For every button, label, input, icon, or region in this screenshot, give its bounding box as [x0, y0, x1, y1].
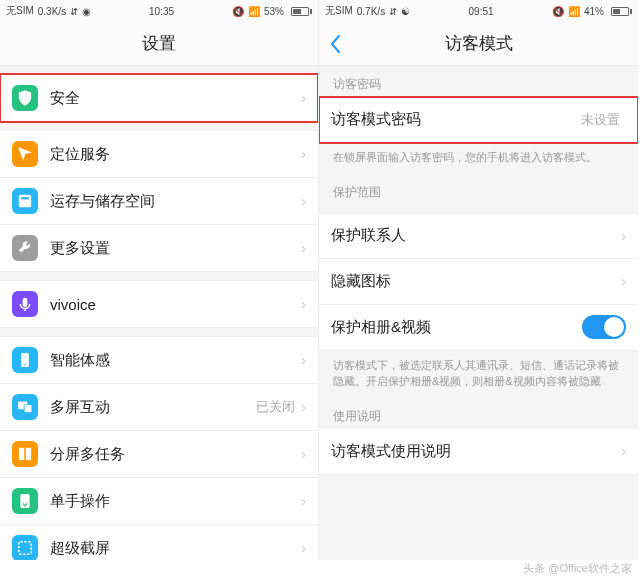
row-label: 智能体感	[50, 351, 301, 370]
settings-row-sshot[interactable]: 超级截屏›	[0, 525, 318, 560]
svg-rect-2	[23, 298, 28, 307]
chevron-right-icon: ›	[301, 540, 306, 556]
scope-helper-text: 访客模式下，被选定联系人其通讯录、短信、通话记录将被隐藏。开启保护相册&视频，则…	[319, 351, 638, 398]
status-bar-right: 无SIM 0.7K/s ⇵ ☯ 09:51 🔇 📶 41%	[319, 0, 638, 22]
row-label: 保护联系人	[331, 226, 621, 245]
wrench-icon	[12, 235, 38, 261]
watermark: 头条 @Office软件之家	[0, 561, 632, 576]
battery-icon	[608, 7, 632, 16]
row-value: 已关闭	[256, 398, 295, 416]
chevron-right-icon: ›	[301, 146, 306, 162]
row-label: 运存与储存空间	[50, 192, 301, 211]
row-label: 隐藏图标	[331, 272, 621, 291]
svg-rect-10	[19, 542, 31, 554]
settings-row-location[interactable]: 定位服务›	[0, 130, 318, 178]
chevron-right-icon: ›	[301, 493, 306, 509]
settings-row-screens[interactable]: 多屏互动已关闭›	[0, 384, 318, 431]
wifi-icon: 📶	[568, 6, 580, 17]
toggle-switch[interactable]	[582, 315, 626, 339]
location-icon	[12, 141, 38, 167]
back-button[interactable]	[329, 22, 341, 65]
password-helper-text: 在锁屏界面输入访客密码，您的手机将进入访客模式。	[319, 143, 638, 174]
chevron-right-icon: ›	[301, 446, 306, 462]
row-label: 单手操作	[50, 492, 301, 511]
clock: 09:51	[469, 6, 494, 17]
mute-icon: 🔇	[552, 6, 564, 17]
sshot-icon	[12, 535, 38, 560]
onehand-icon	[12, 488, 38, 514]
row-label: 安全	[50, 89, 301, 108]
sense-icon	[12, 347, 38, 373]
row-label: 分屏多任务	[50, 445, 301, 464]
section-scope: 保护范围	[319, 174, 638, 205]
scope-row-0[interactable]: 保护联系人›	[319, 213, 638, 259]
row-label: 超级截屏	[50, 539, 301, 558]
guest-mode-screen: 无SIM 0.7K/s ⇵ ☯ 09:51 🔇 📶 41% 访客模式 访客密码	[319, 0, 638, 560]
section-usage: 使用说明	[319, 398, 638, 429]
row-label: 更多设置	[50, 239, 301, 258]
settings-row-storage[interactable]: 运存与储存空间›	[0, 178, 318, 225]
guest-mode-list[interactable]: 访客密码 访客模式密码 未设置 在锁屏界面输入访客密码，您的手机将进入访客模式。…	[319, 66, 638, 560]
row-label: 保护相册&视频	[331, 318, 582, 337]
sim-status: 无SIM	[325, 4, 353, 18]
usb-icon: ⇵	[70, 6, 78, 17]
scope-row-2[interactable]: 保护相册&视频	[319, 305, 638, 351]
chevron-right-icon: ›	[301, 399, 306, 415]
row-value: 未设置	[581, 111, 620, 129]
svg-rect-6	[24, 405, 32, 413]
hotspot-icon: ◉	[82, 6, 91, 17]
split-icon	[12, 441, 38, 467]
svg-rect-0	[19, 195, 31, 207]
wifi-icon: 📶	[248, 6, 260, 17]
chevron-right-icon: ›	[301, 352, 306, 368]
settings-row-voice[interactable]: vivoice›	[0, 280, 318, 328]
wifi-pct: 41%	[584, 6, 604, 17]
page-title: 访客模式	[445, 32, 513, 55]
chevron-right-icon: ›	[621, 443, 626, 459]
settings-row-wrench[interactable]: 更多设置›	[0, 225, 318, 272]
settings-row-sense[interactable]: 智能体感›	[0, 336, 318, 384]
title-bar: 设置	[0, 22, 318, 66]
voice-icon	[12, 291, 38, 317]
svg-point-4	[24, 364, 26, 366]
row-label: 访客模式使用说明	[331, 442, 621, 461]
settings-row-onehand[interactable]: 单手操作›	[0, 478, 318, 525]
clock: 10:35	[149, 6, 174, 17]
settings-screen: 无SIM 0.3K/s ⇵ ◉ 10:35 🔇 📶 53% 设置 安全›定位服务…	[0, 0, 319, 560]
row-label: vivoice	[50, 296, 301, 313]
chevron-right-icon: ›	[301, 240, 306, 256]
battery-icon	[288, 7, 312, 16]
title-bar: 访客模式	[319, 22, 638, 66]
settings-row-split[interactable]: 分屏多任务›	[0, 431, 318, 478]
usage-instructions-row[interactable]: 访客模式使用说明 ›	[319, 429, 638, 475]
screens-icon	[12, 394, 38, 420]
section-guest-password: 访客密码	[319, 66, 638, 97]
chevron-right-icon: ›	[621, 273, 626, 289]
wechat-icon: ☯	[401, 6, 410, 17]
net-speed: 0.3K/s	[38, 6, 66, 17]
chevron-right-icon: ›	[621, 228, 626, 244]
guest-password-row[interactable]: 访客模式密码 未设置	[319, 97, 638, 143]
svg-rect-1	[21, 197, 29, 199]
status-bar-left: 无SIM 0.3K/s ⇵ ◉ 10:35 🔇 📶 53%	[0, 0, 318, 22]
scope-row-1[interactable]: 隐藏图标›	[319, 259, 638, 305]
wifi-pct: 53%	[264, 6, 284, 17]
mute-icon: 🔇	[232, 6, 244, 17]
page-title: 设置	[142, 32, 176, 55]
settings-list[interactable]: 安全›定位服务›运存与储存空间›更多设置›vivoice›智能体感›多屏互动已关…	[0, 66, 318, 560]
svg-rect-7	[19, 448, 24, 460]
chevron-right-icon: ›	[301, 193, 306, 209]
shield-icon	[12, 85, 38, 111]
storage-icon	[12, 188, 38, 214]
sim-status: 无SIM	[6, 4, 34, 18]
svg-rect-8	[26, 448, 31, 460]
chevron-right-icon: ›	[301, 296, 306, 312]
row-label: 定位服务	[50, 145, 301, 164]
row-label: 访客模式密码	[331, 110, 581, 129]
chevron-right-icon: ›	[301, 90, 306, 106]
row-label: 多屏互动	[50, 398, 256, 417]
net-speed: 0.7K/s	[357, 6, 385, 17]
usb-icon: ⇵	[389, 6, 397, 17]
settings-row-shield[interactable]: 安全›	[0, 74, 318, 122]
